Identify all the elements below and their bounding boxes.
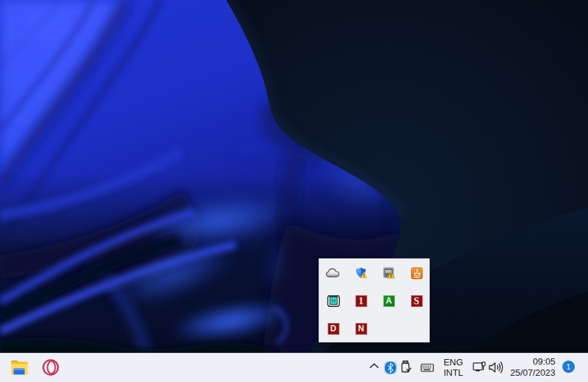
svg-text:H: H	[331, 297, 336, 304]
